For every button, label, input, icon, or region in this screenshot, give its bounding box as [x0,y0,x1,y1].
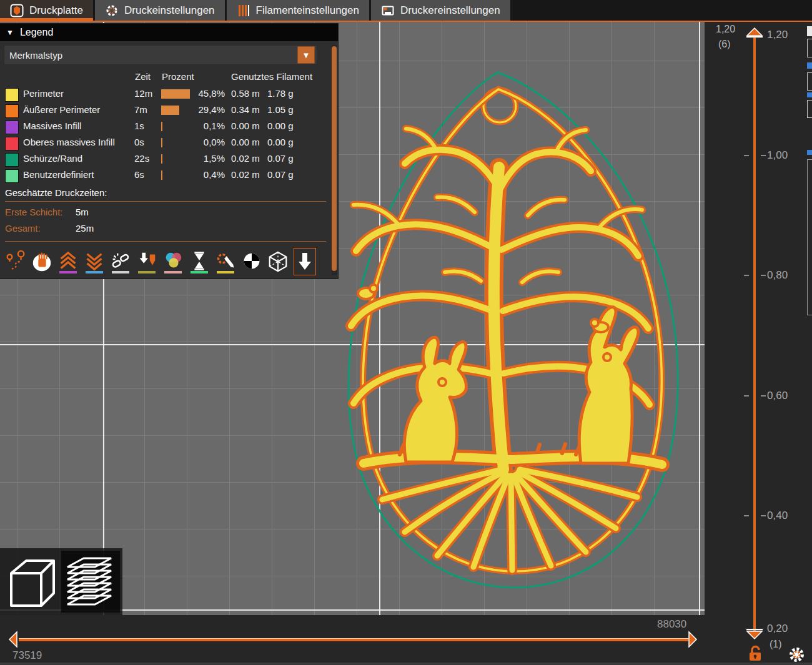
legend-row-skirt-brim: Schürze/Rand 22s 1,5% 0.02 m 0.07 g [0,151,328,167]
percent-bar [161,154,162,164]
color-changes-icon[interactable] [160,246,186,277]
legend-column-headers: Zeit Prozent Genutztes Filament [0,69,328,85]
moves-slider-track[interactable] [19,638,688,641]
feature-label: Massives Infill [23,121,81,131]
feature-label: Äußerer Perimeter [23,104,100,115]
feature-percent: 0,4% [187,169,225,180]
feature-time: 22s [134,153,149,164]
view-type-value: Merkmalstyp [9,50,62,61]
divider [5,241,326,242]
right-toolbar-cutoff [807,92,812,97]
feature-label: Oberes massives Infill [23,137,115,147]
feature-used-g: 0.00 g [267,137,294,147]
feature-used-m: 0.00 m [231,121,260,131]
tab-print-settings[interactable]: Druckeinstellungen [95,0,225,21]
shells-icon[interactable] [265,246,291,277]
layer-slider-bottom-thumb[interactable] [745,628,765,639]
feature-used-g: 0.07 g [267,169,294,180]
legend-header[interactable]: ▼ Legend [0,24,338,41]
legend-row-perimeter: Perimeter 12m 45,8% 0.58 m 1.78 g [0,86,328,102]
legend-scrollbar-thumb[interactable] [332,46,337,271]
feature-time: 6s [134,169,144,180]
feature-time: 1s [134,121,144,131]
layer-slider-top-thumb[interactable] [745,27,765,39]
total-time-label: Gesamt: [5,223,41,234]
layer-tick: 0,60 [767,390,805,402]
deretractions-icon[interactable] [81,246,107,277]
moves-slider-left-thumb[interactable] [7,631,20,648]
center-of-gravity-icon[interactable] [239,246,265,277]
feature-used-m: 0.58 m [231,88,260,99]
view-layers-button[interactable] [61,551,120,613]
percent-bar [161,138,162,147]
feature-percent: 0,1% [187,121,225,131]
retractions-icon[interactable] [55,246,81,277]
seams-icon[interactable] [107,246,134,277]
feature-color-swatch [5,88,19,102]
feature-label: Schürze/Rand [23,153,82,164]
first-layer-time-row: Erste Schicht: 5m [5,207,63,217]
col-time: Zeit [135,71,151,82]
tab-printer-settings[interactable]: Druckereinstellungen [371,0,510,21]
view-type-dropdown[interactable]: Merkmalstyp ▼ [4,45,317,65]
filament-icon [237,4,250,17]
cube-3d-icon [5,554,57,609]
collapse-triangle-icon[interactable]: ▼ [6,28,14,37]
view-mode-buttons [0,548,122,615]
view-3d-button[interactable] [5,554,57,612]
moves-slider-right-value: 88030 [657,618,686,631]
col-percent: Prozent [162,71,194,82]
right-toolbar-cutoff [807,72,812,91]
tab-plater[interactable]: Druckplatte [0,0,93,21]
legend-options-toolbar [0,245,328,278]
percent-bar [161,122,162,131]
feature-color-swatch [5,169,19,183]
feature-time: 0s [134,137,144,147]
plater-icon [10,4,24,17]
right-toolbar-cutoff [807,26,812,36]
first-layer-label: Erste Schicht: [5,207,63,217]
feature-time: 7m [134,104,147,115]
layer-tick: 0,20 [767,623,805,635]
layer-tick: 1,00 [767,149,805,162]
layer-slider-top-layer: (6) [718,39,731,50]
legend-scrollbar[interactable] [332,45,337,275]
print-settings-gear-icon [105,4,119,17]
total-time-row: Gesamt: 25m [5,223,41,234]
legend-row-top-solid-infill: Oberes massives Infill 0s 0,0% 0.00 m 0.… [0,135,328,151]
legend-row-external-perimeter: Äußerer Perimeter 7m 29,4% 0.34 m 1.05 g [0,102,328,119]
percent-bar [161,170,162,180]
feature-percent: 29,4% [187,104,225,115]
right-toolbar-cutoff [807,62,812,69]
percent-bar [161,89,190,99]
travel-moves-icon[interactable] [2,246,29,277]
col-filament: Genutztes Filament [231,71,312,82]
moves-slider-right-thumb[interactable] [686,631,698,648]
printer-icon [381,4,395,17]
wipe-icon[interactable] [29,246,55,277]
tab-filament-settings[interactable]: Filamenteinstellungen [227,0,369,21]
grid-major-hline [0,344,705,345]
estimated-times-heading: Geschätzte Druckzeiten: [5,187,107,198]
layers-stack-icon [62,553,117,611]
layer-tick: 0,40 [767,510,805,522]
feature-color-swatch [5,137,19,150]
legend-row-solid-infill: Massives Infill 1s 0,1% 0.00 m 0.00 g [0,119,328,135]
dropdown-arrow-button[interactable]: ▼ [297,46,315,64]
tab-label: Filamenteinstellungen [256,4,359,17]
grid-major-vline [699,22,700,615]
slicer-window: Druckplatte Druckeinstellungen Filamente… [0,0,812,665]
feature-used-m: 0.34 m [231,104,260,115]
total-time-value: 25m [76,223,94,234]
percent-bar [161,106,179,115]
feature-label: Benutzerdefiniert [23,169,94,180]
pause-prints-icon[interactable] [186,246,212,277]
tool-changes-icon[interactable] [134,246,160,277]
grid-major-vline [379,22,380,615]
custom-gcode-icon[interactable] [212,246,239,277]
divider [5,201,326,202]
right-toolbar-cutoff [807,150,812,155]
tool-marker-icon[interactable] [294,248,316,275]
tab-label: Druckeinstellungen [124,4,215,17]
layer-slider-track[interactable] [753,36,756,634]
